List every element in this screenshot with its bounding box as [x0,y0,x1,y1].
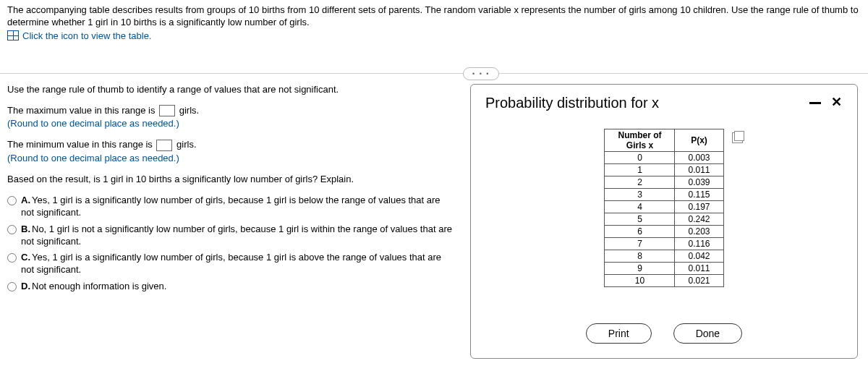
view-table-link[interactable]: Click the icon to view the table. [7,30,861,41]
choice-b-radio[interactable] [7,225,17,234]
table-row: 100.021 [605,274,723,286]
table-row: 40.197 [605,200,723,213]
panel-title: Probability distribution for x [485,95,659,111]
divider: • • • [0,73,868,74]
minimize-icon[interactable] [809,102,821,104]
table-row: 60.203 [605,225,723,237]
table-row: 10.011 [605,163,723,176]
round-note-max: (Round to one decimal place as needed.) [7,118,456,129]
problem-header: The accompanying table describes results… [0,0,868,44]
choice-c-radio[interactable] [7,253,17,263]
probability-table: Number of Girls x P(x) 00.003 10.011 20.… [604,129,723,287]
choice-c[interactable]: C.Yes, 1 girl is a significantly low num… [7,252,456,276]
print-button[interactable]: Print [586,323,652,344]
choice-d[interactable]: D.Not enough information is given. [7,281,456,293]
table-row: 20.039 [605,176,723,188]
close-icon[interactable]: ✕ [831,97,843,108]
table-row: 50.242 [605,213,723,225]
col2-header: P(x) [675,129,723,151]
question-body: Use the range rule of thumb to identify … [7,84,470,359]
table-row: 80.042 [605,250,723,262]
copy-icon[interactable] [732,132,743,143]
done-button[interactable]: Done [673,323,742,344]
table-row: 90.011 [605,262,723,274]
choice-a[interactable]: A.Yes, 1 girl is a significantly low num… [7,195,456,219]
prompt-text: The accompanying table describes results… [7,4,861,29]
min-value-input[interactable] [156,140,172,151]
choice-a-radio[interactable] [7,196,17,205]
choice-b[interactable]: B.No, 1 girl is not a significantly low … [7,224,456,248]
table-row: 70.116 [605,237,723,250]
table-row: 30.115 [605,188,723,200]
view-table-text: Click the icon to view the table. [22,30,151,41]
table-row: 00.003 [605,151,723,163]
choice-d-radio[interactable] [7,282,17,291]
explain-prompt: Based on the result, is 1 girl in 10 bir… [7,174,456,184]
max-value-input[interactable] [159,105,175,116]
ellipsis-pill[interactable]: • • • [463,67,499,80]
col1-header: Number of Girls x [605,129,675,151]
max-value-line: The maximum value in this range is girls… [7,105,456,117]
range-instruction: Use the range rule of thumb to identify … [7,84,456,95]
table-icon [7,30,19,41]
choice-list: A.Yes, 1 girl is a significantly low num… [7,195,456,293]
round-note-min: (Round to one decimal place as needed.) [7,153,456,163]
probability-panel: Probability distribution for x ✕ Number … [470,84,858,359]
min-value-line: The minimum value in this range is girls… [7,139,456,151]
